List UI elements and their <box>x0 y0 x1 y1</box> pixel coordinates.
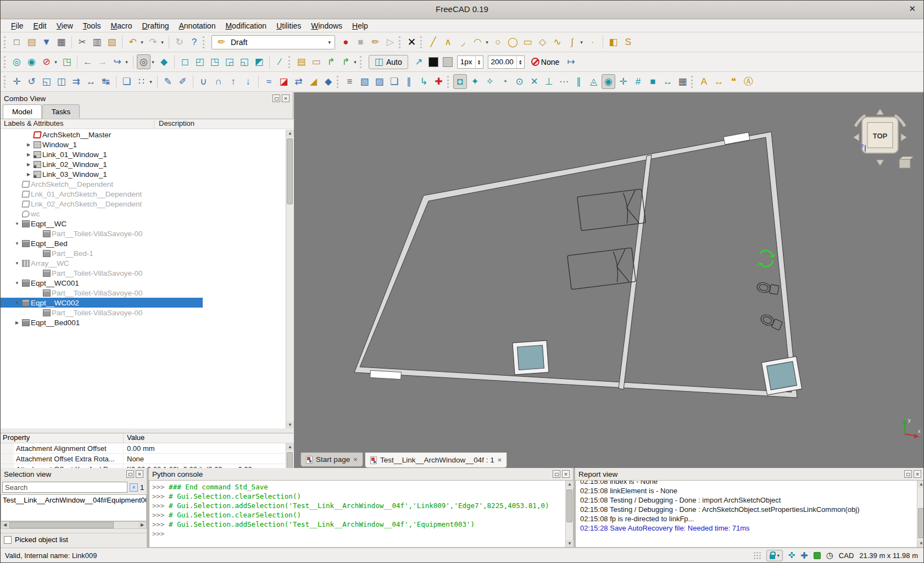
fit-selection-icon[interactable]: ◉ <box>25 54 38 69</box>
tab-start-page[interactable]: Start page × <box>300 453 363 467</box>
macro-run-icon[interactable]: ▷ <box>383 35 397 49</box>
tree-item[interactable]: ▶Link_01_Window_1 <box>1 149 285 159</box>
align-icon[interactable]: ∥ <box>402 74 416 89</box>
expand-arrow-icon[interactable]: ▶ <box>26 152 31 157</box>
view-right-icon[interactable]: ◳ <box>208 54 221 69</box>
snap-ortho-icon[interactable]: ✛ <box>616 74 630 89</box>
3d-canvas[interactable]: TOP z y x <box>294 92 924 451</box>
move-to-group-icon[interactable]: ▤ <box>294 54 308 69</box>
property-row[interactable]: Attachment Offset Extra Rota...None <box>1 454 293 464</box>
crosshair-toggle-icon[interactable]: ✚ <box>800 550 808 561</box>
nav-back-icon[interactable]: ← <box>81 54 94 69</box>
view-front-icon[interactable]: ◻ <box>178 54 192 69</box>
panel-splitter[interactable]: · · · · · · <box>1 428 293 433</box>
menu-macro[interactable]: Macro <box>106 20 137 31</box>
redo-dropdown-icon[interactable]: ▾ <box>159 35 165 49</box>
fit-all-icon[interactable]: ◎ <box>10 54 24 69</box>
text-scale-spinbox[interactable]: 200.00 ▲▼ <box>488 55 525 69</box>
toolbar-handle[interactable] <box>203 36 206 48</box>
draft-arc-icon[interactable]: ◠ <box>471 35 485 49</box>
menu-utilities[interactable]: Utilities <box>271 20 306 31</box>
open-file-icon[interactable]: ▤ <box>25 35 38 49</box>
snap-toggle-icon[interactable]: ✜ <box>788 550 795 560</box>
close-panel-icon[interactable]: × <box>282 94 290 102</box>
snap-extension-icon[interactable]: ⋯ <box>557 74 571 89</box>
wire-to-bspline-icon[interactable]: ≈ <box>262 74 276 89</box>
draw-style-dropdown-icon[interactable]: ▾ <box>53 54 59 69</box>
refresh-icon[interactable]: ↻ <box>172 35 186 49</box>
door-opening[interactable] <box>370 370 402 379</box>
menu-modification[interactable]: Modification <box>220 20 271 31</box>
horizontal-scrollbar[interactable]: ◀ ▶ <box>1 521 147 529</box>
shapestring-icon[interactable]: S <box>621 35 635 49</box>
picked-object-checkbox[interactable] <box>4 536 12 544</box>
tree-item[interactable]: ▶Link_02_Window_1 <box>1 159 285 169</box>
line-width-spinbox[interactable]: 1px ▲▼ <box>457 55 483 69</box>
snap-intersection-icon[interactable]: ✕ <box>527 74 541 89</box>
close-panel-icon[interactable]: × <box>914 470 921 478</box>
autogroup-icon[interactable]: ↦ <box>564 54 578 69</box>
tree-item[interactable]: Part__Toilet-VillaSavoye-00 <box>1 288 285 298</box>
snap-near-icon[interactable]: ◉ <box>602 74 615 89</box>
toolbar-handle[interactable] <box>447 76 450 88</box>
expand-arrow-icon[interactable]: ▼ <box>14 221 20 226</box>
clone-alt-icon[interactable]: ❏ <box>387 74 401 89</box>
toolbar-handle[interactable] <box>4 56 7 68</box>
snap-grid-icon[interactable]: # <box>631 74 645 89</box>
stretch-icon[interactable]: ↔ <box>84 74 98 89</box>
toolbar-handle[interactable] <box>420 36 424 48</box>
expand-arrow-icon[interactable]: ▼ <box>14 241 20 246</box>
tree-item[interactable]: ArchSketch__Dependent <box>1 179 285 189</box>
snap-lock-button[interactable]: ▾ <box>766 550 783 561</box>
tree-item[interactable]: Part__Toilet-VillaSavoye-00 <box>1 228 285 238</box>
tree-item[interactable]: ▶Link_03_Window_1 <box>1 169 285 179</box>
snap-working-plane-icon[interactable]: ■ <box>646 74 660 89</box>
draft-wire-icon[interactable]: ∧ <box>441 35 455 49</box>
tree-item[interactable]: ▼Array__WC <box>1 258 285 268</box>
bounding-box-icon[interactable]: ◳ <box>60 54 74 69</box>
property-row[interactable]: Attachment Alignment Offset0.00 mm <box>1 443 293 454</box>
macro-record-icon[interactable]: ● <box>339 35 353 49</box>
array-dropdown-icon[interactable]: ▾ <box>148 74 154 89</box>
paste-icon[interactable]: ▧ <box>105 35 119 49</box>
toolbar-handle[interactable] <box>691 76 694 88</box>
python-console[interactable]: >>> ### End command Std_Save>>> # Gui.Se… <box>149 480 573 548</box>
add-point-icon[interactable]: ✚ <box>432 74 446 89</box>
join-icon[interactable]: ∪ <box>197 74 210 89</box>
print-icon[interactable]: ▦ <box>54 35 68 49</box>
tree-scrollbar[interactable]: ▲ ▼ <box>286 130 293 428</box>
snap-dimensions-icon[interactable]: ↔ <box>661 74 675 89</box>
shape-cube-icon[interactable]: ◆ <box>321 74 335 89</box>
link-import-all-icon[interactable]: ↱ <box>339 54 353 69</box>
draft-point-icon[interactable]: ∙ <box>586 35 599 49</box>
undo-icon[interactable]: ↶ <box>126 35 140 49</box>
measure-icon[interactable]: ∕ <box>273 54 287 69</box>
spin-arrows-icon[interactable]: ▲▼ <box>475 56 483 68</box>
property-value[interactable]: None <box>124 454 293 464</box>
property-value[interactable]: 0.00 mm <box>124 443 293 453</box>
tree-item[interactable]: ArchSketch__Master <box>1 130 285 140</box>
mirror-icon[interactable]: ◫ <box>54 74 68 89</box>
window-close-button[interactable]: ✕ <box>909 4 916 14</box>
table-square[interactable] <box>513 341 549 375</box>
3d-viewport[interactable]: TOP z y x Sta <box>294 92 924 468</box>
menu-help[interactable]: Help <box>347 20 373 31</box>
draft-polygon-icon[interactable]: ◇ <box>536 35 549 49</box>
expand-arrow-icon[interactable]: ▶ <box>26 162 31 167</box>
draft-rectangle-icon[interactable]: ▭ <box>521 35 535 49</box>
expand-arrow-icon[interactable]: ▶ <box>26 142 31 147</box>
float-panel-icon[interactable] <box>272 94 280 102</box>
expand-arrow-icon[interactable]: ▼ <box>14 261 20 266</box>
toolbar-handle[interactable] <box>4 76 7 88</box>
spin-arrows-icon[interactable]: ▲▼ <box>516 56 524 68</box>
tree-item[interactable]: Lnk_02_ArchSketch__Dependent <box>1 199 285 209</box>
tab-document[interactable]: Test__Link__ArchWindow__04f : 1 × <box>365 453 507 468</box>
working-plane-auto-button[interactable]: ◫ Auto <box>369 55 408 69</box>
toolbar-handle[interactable] <box>360 56 363 68</box>
viewport-background[interactable] <box>294 92 924 451</box>
nav-cube-top-label[interactable]: TOP <box>873 132 888 140</box>
cut-icon[interactable]: ✂ <box>75 35 89 49</box>
snap-endpoint-icon[interactable]: ✦ <box>468 74 482 89</box>
toolbar-handle[interactable] <box>288 56 292 68</box>
tab-model[interactable]: Model <box>3 104 42 119</box>
